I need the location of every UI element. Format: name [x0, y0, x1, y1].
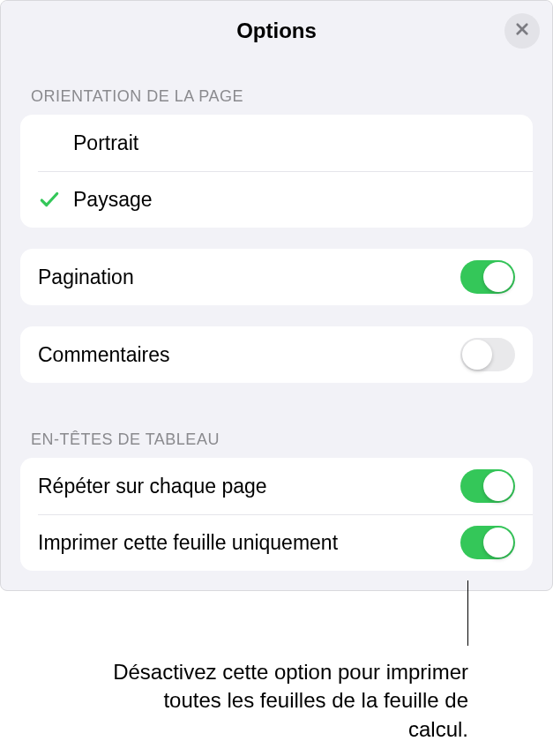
- repeat-headers-label: Répéter sur chaque page: [38, 475, 460, 498]
- checkmark-icon: [38, 188, 66, 211]
- pagination-label: Pagination: [38, 266, 460, 289]
- repeat-headers-row: Répéter sur chaque page: [20, 458, 533, 514]
- table-headers-group: Répéter sur chaque page Imprimer cette f…: [20, 458, 533, 571]
- pagination-toggle[interactable]: [460, 260, 515, 294]
- comments-group: Commentaires: [20, 326, 533, 383]
- panel-header: Options: [1, 1, 552, 61]
- repeat-headers-toggle[interactable]: [460, 469, 515, 503]
- pagination-group: Pagination: [20, 249, 533, 305]
- toggle-knob: [483, 528, 513, 558]
- orientation-paysage-label: Paysage: [73, 188, 515, 212]
- options-panel: Options Orientation de la page Portrait: [0, 0, 553, 591]
- panel-title: Options: [236, 19, 317, 43]
- toggle-knob: [483, 262, 513, 292]
- callout-leader-line: [467, 580, 468, 646]
- comments-label: Commentaires: [38, 343, 460, 367]
- pagination-row: Pagination: [20, 249, 533, 305]
- table-headers-section-header: En-têtes de tableau: [20, 404, 533, 458]
- callout-text: Désactivez cette option pour imprimer to…: [98, 658, 468, 744]
- orientation-option-paysage[interactable]: Paysage: [20, 171, 533, 228]
- panel-content: Orientation de la page Portrait Paysage …: [1, 61, 552, 590]
- print-current-sheet-label: Imprimer cette feuille uniquement: [38, 531, 460, 555]
- orientation-portrait-label: Portrait: [73, 131, 515, 155]
- close-button[interactable]: [504, 13, 540, 49]
- orientation-section-header: Orientation de la page: [20, 61, 533, 115]
- orientation-option-portrait[interactable]: Portrait: [20, 115, 533, 171]
- print-current-sheet-toggle[interactable]: [460, 526, 515, 559]
- comments-row: Commentaires: [20, 326, 533, 383]
- comments-toggle[interactable]: [460, 338, 515, 371]
- close-icon: [514, 21, 530, 41]
- toggle-knob: [462, 340, 492, 370]
- print-current-sheet-row: Imprimer cette feuille uniquement: [20, 514, 533, 571]
- toggle-knob: [483, 471, 513, 501]
- orientation-group: Portrait Paysage: [20, 115, 533, 228]
